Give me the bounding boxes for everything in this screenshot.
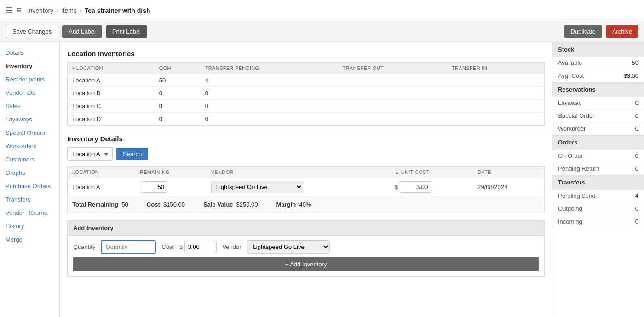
- loc-name: Location C: [68, 100, 155, 113]
- detail-unit-cost: $: [390, 178, 473, 196]
- detail-date: 29/08/2024: [473, 178, 544, 196]
- sidebar-item-vendor-returns[interactable]: Vendor Returns: [0, 206, 59, 219]
- vendor-select[interactable]: Lightspeed Go Live: [211, 181, 303, 193]
- location-select[interactable]: Location ALocation BLocation CLocation D: [67, 147, 113, 161]
- sidebar-item-graphs[interactable]: Graphs: [0, 166, 59, 179]
- location-inv-row: Location A 50 4: [68, 74, 545, 87]
- cost-value-input[interactable]: [184, 241, 217, 253]
- search-button[interactable]: Search: [116, 148, 148, 160]
- rp-value: 0: [635, 152, 638, 159]
- detail-row: Location A Lightspeed Go Live $: [68, 178, 545, 196]
- nav-logo-icon: ≡: [17, 6, 22, 15]
- right-panel: Stock Available50Avg. Cost$3.00 Reservat…: [552, 42, 644, 317]
- loc-transfer-out: [338, 74, 448, 87]
- loc-transfer-out: [338, 87, 448, 100]
- rp-label: Avg. Cost: [558, 72, 584, 79]
- rp-label: Incoming: [558, 218, 582, 225]
- rp-value: 0: [635, 205, 638, 212]
- rp-value: 0: [635, 112, 638, 119]
- unit-cost-input[interactable]: [399, 181, 431, 193]
- cost-summary: Cost $150.00: [147, 201, 185, 208]
- detail-remaining: [135, 178, 207, 196]
- sidebar-item-details[interactable]: Details: [0, 46, 59, 59]
- breadcrumb-sep2: ›: [80, 7, 82, 14]
- sale-value-summary: Sale Value $250.00: [203, 201, 258, 208]
- detail-col-vendor: VENDOR: [207, 167, 390, 178]
- loc-qoh: 0: [155, 100, 201, 113]
- add-vendor-select[interactable]: Lightspeed Go Live: [247, 240, 330, 254]
- right-panel-row: Special Order0: [552, 110, 644, 122]
- sidebar-item-vendor-ids[interactable]: Vendor IDs: [0, 86, 59, 99]
- loc-transfer-in: [447, 74, 544, 87]
- detail-col-remaining: REMAINING: [135, 167, 207, 178]
- sidebar-item-reorder-points[interactable]: Reorder points: [0, 73, 59, 86]
- sidebar-item-workorders[interactable]: Workorders: [0, 139, 59, 153]
- right-panel-row: On Order0: [552, 150, 644, 162]
- details-table: LOCATION REMAINING VENDOR ▲ UNIT COST DA…: [67, 166, 545, 213]
- rp-label: Pending Send: [558, 192, 596, 199]
- right-panel-row: Available50: [552, 57, 644, 69]
- loc-transfer-pending: 0: [201, 100, 338, 113]
- reservations-header: Reservations: [552, 82, 644, 97]
- orders-section: Orders On Order0Pending Return0: [552, 135, 644, 175]
- loc-transfer-in: [447, 87, 544, 100]
- add-inventory-row: Quantity Cost $ Vendor Lightspeed Go Liv…: [73, 240, 539, 254]
- remaining-input[interactable]: [140, 181, 167, 193]
- sidebar-item-transfers[interactable]: Transfers: [0, 193, 59, 206]
- save-changes-button[interactable]: Save Changes: [6, 25, 58, 38]
- loc-transfer-in: [447, 100, 544, 113]
- menu-icon[interactable]: ☰: [6, 6, 13, 16]
- search-bar: Location ALocation BLocation CLocation D…: [67, 147, 545, 161]
- location-inventories-title: Location Inventories: [67, 50, 545, 58]
- inventory-details-title: Inventory Details: [67, 135, 545, 143]
- loc-qoh: 0: [155, 113, 201, 126]
- breadcrumb-current: Tea strainer with dish: [85, 7, 150, 14]
- location-inventories-table: ▾ LOCATION QOH TRANSFER PENDING TRANSFER…: [67, 62, 545, 126]
- loc-transfer-pending: 0: [201, 87, 338, 100]
- detail-col-unit-cost: ▲ UNIT COST: [390, 167, 473, 178]
- sidebar-item-sales[interactable]: Sales: [0, 99, 59, 113]
- rp-value: 0: [635, 125, 638, 132]
- sidebar-item-inventory[interactable]: Inventory: [0, 59, 59, 73]
- archive-button[interactable]: Archive: [606, 25, 638, 38]
- cost-currency: $: [179, 243, 183, 250]
- right-panel-row: Workorder0: [552, 122, 644, 135]
- rp-value: 0: [635, 218, 638, 225]
- sidebar-item-purchase-orders[interactable]: Purchase Orders: [0, 179, 59, 193]
- loc-transfer-pending: 0: [201, 113, 338, 126]
- rp-label: On Order: [558, 152, 583, 159]
- rp-value: $3.00: [623, 72, 638, 79]
- sidebar-item-merge[interactable]: Merge: [0, 233, 59, 246]
- add-label-button[interactable]: Add Label: [62, 25, 102, 38]
- breadcrumb-items[interactable]: Items: [61, 7, 77, 14]
- cost-label: Cost: [161, 243, 174, 250]
- stock-section: Stock Available50Avg. Cost$3.00: [552, 42, 644, 82]
- rp-label: Available: [558, 59, 582, 66]
- rp-value: 4: [635, 192, 638, 199]
- rp-value: 50: [632, 59, 638, 66]
- toolbar: Save Changes Add Label Print Label Dupli…: [0, 21, 644, 42]
- print-label-button[interactable]: Print Label: [106, 25, 147, 38]
- col-transfer-out: TRANSFER OUT: [338, 63, 448, 74]
- duplicate-button[interactable]: Duplicate: [564, 25, 602, 38]
- rp-label: Pending Return: [558, 165, 599, 172]
- loc-transfer-pending: 4: [201, 74, 338, 87]
- main-layout: DetailsInventoryReorder pointsVendor IDs…: [0, 42, 644, 317]
- top-bar: ☰ ≡ Inventory › Items › Tea strainer wit…: [0, 0, 644, 21]
- rp-label: Outgoing: [558, 205, 582, 212]
- sidebar: DetailsInventoryReorder pointsVendor IDs…: [0, 42, 60, 317]
- quantity-input[interactable]: [101, 240, 156, 254]
- detail-col-date: DATE: [473, 167, 544, 178]
- add-inventory-section: Add Inventory Quantity Cost $ Vendor Lig…: [67, 220, 545, 277]
- sidebar-item-history[interactable]: History: [0, 219, 59, 233]
- sidebar-item-special-orders[interactable]: Special Orders: [0, 126, 59, 139]
- breadcrumb-inventory[interactable]: Inventory: [27, 7, 54, 14]
- location-inv-row: Location B 0 0: [68, 87, 545, 100]
- add-inventory-button[interactable]: + Add Inventory: [73, 257, 539, 271]
- sidebar-item-layaways[interactable]: Layaways: [0, 113, 59, 126]
- main-content: Location Inventories ▾ LOCATION QOH TRAN…: [60, 42, 552, 317]
- reservations-section: Reservations Layaway0Special Order0Worko…: [552, 82, 644, 135]
- breadcrumb: Inventory › Items › Tea strainer with di…: [27, 7, 150, 14]
- loc-qoh: 50: [155, 74, 201, 87]
- sidebar-item-customers[interactable]: Customers: [0, 153, 59, 166]
